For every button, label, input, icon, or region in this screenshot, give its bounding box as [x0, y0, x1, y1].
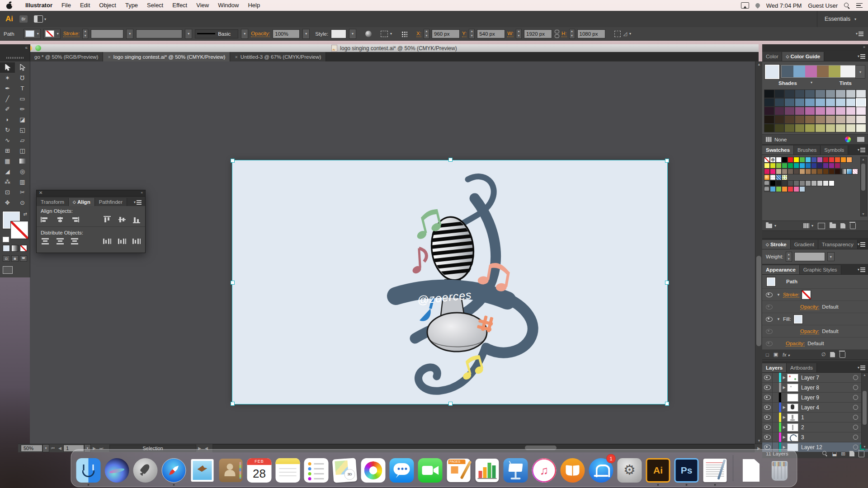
transform-field-label[interactable]: X:	[416, 31, 421, 37]
weight-field[interactable]	[794, 252, 825, 261]
layer-visibility-icon[interactable]	[764, 395, 771, 400]
swatch[interactable]	[776, 174, 782, 180]
dock-trash[interactable]	[767, 456, 793, 485]
layer-row-layer-8[interactable]: ▶Layer 8	[762, 383, 868, 393]
menu-item-window[interactable]: Window	[213, 2, 243, 9]
draw-normal-button[interactable]: ◘	[3, 255, 10, 262]
swatch[interactable]	[852, 169, 858, 174]
swatch[interactable]	[793, 180, 799, 186]
tab-layers[interactable]: Layers	[762, 363, 787, 372]
new-layer-icon[interactable]	[849, 451, 854, 456]
menu-item-edit[interactable]: Edit	[75, 2, 94, 9]
edit-colors-icon[interactable]	[845, 136, 851, 142]
appearance-row[interactable]: Opacity:Default	[762, 325, 868, 338]
swatch[interactable]	[835, 157, 840, 163]
weight-dropdown[interactable]: ▾	[827, 252, 835, 261]
vertical-scrollbar[interactable]: ▲ ▼	[755, 61, 763, 444]
dock-safari[interactable]	[161, 456, 187, 485]
color-variation-swatch[interactable]	[846, 115, 856, 124]
dist-h-center-button[interactable]	[118, 238, 127, 245]
transform-field-stepper[interactable]: ▲▼	[516, 29, 522, 39]
layer-target-icon[interactable]	[853, 405, 858, 410]
color-variation-swatch[interactable]	[846, 107, 856, 115]
appearance-row[interactable]: ▼Stroke:	[762, 289, 868, 301]
swatch[interactable]	[840, 157, 846, 163]
dock-keynote[interactable]	[503, 456, 528, 485]
opacity-label[interactable]: Opacity:	[800, 328, 819, 334]
swatch[interactable]	[764, 174, 770, 180]
color-variation-swatch[interactable]	[846, 89, 856, 98]
swatch[interactable]	[788, 157, 793, 163]
layer-target-icon[interactable]	[853, 385, 858, 390]
shape-builder-tool[interactable]: ⊞	[0, 145, 15, 156]
color-variation-swatch[interactable]	[815, 115, 826, 124]
stroke-swatch[interactable]	[11, 221, 28, 239]
tab-color[interactable]: Color	[762, 52, 782, 61]
tab-transform[interactable]: Transform	[37, 198, 69, 206]
swatches-panel-menu-icon[interactable]: ▾	[858, 148, 865, 152]
collapse-toolbar-icon[interactable]: «	[25, 45, 28, 50]
menu-item-file[interactable]: File	[57, 2, 75, 9]
layer-lock-cell[interactable]	[773, 373, 779, 382]
collapse-panel-icon[interactable]: «	[141, 190, 143, 196]
color-guide-panel-menu-icon[interactable]: ▾	[858, 54, 865, 58]
color-variation-swatch[interactable]	[835, 124, 846, 132]
swatch[interactable]	[793, 186, 799, 192]
magic-wand-tool[interactable]: ✶	[0, 73, 15, 83]
none-mode-button[interactable]	[20, 245, 27, 252]
dock-notes[interactable]	[275, 456, 301, 485]
eraser-tool[interactable]: ◪	[15, 114, 30, 125]
shades-label[interactable]: Shades	[778, 80, 797, 86]
variable-width-profile-dropdown[interactable]	[136, 29, 182, 38]
new-color-group-icon[interactable]	[830, 224, 836, 228]
stroke-color-dropdown[interactable]: ▾	[43, 29, 61, 39]
layer-row-layer-4[interactable]: ▶Layer 4	[762, 403, 868, 413]
delete-item-icon[interactable]	[840, 352, 845, 358]
layer-target-icon[interactable]	[853, 395, 858, 400]
color-variation-swatch[interactable]	[774, 107, 785, 115]
layer-target-icon[interactable]	[853, 425, 858, 430]
stroke-weight-stepper[interactable]: ▲▼	[82, 29, 88, 39]
document-setup-icon[interactable]	[365, 31, 372, 37]
gradient-tool[interactable]	[15, 156, 30, 166]
panel-dock-header[interactable]: »	[762, 44, 868, 51]
color-variation-swatch[interactable]	[784, 98, 795, 107]
tab-color-guide[interactable]: ◇Color Guide	[782, 52, 824, 61]
display-mirroring-icon[interactable]	[741, 2, 749, 9]
swatch[interactable]	[776, 169, 782, 174]
bridge-button[interactable]: Br	[19, 15, 28, 23]
swatch[interactable]	[788, 169, 793, 174]
selection-handle[interactable]	[231, 402, 235, 406]
menu-item-select[interactable]: Select	[142, 2, 168, 9]
style-field[interactable]	[331, 29, 346, 38]
swatch[interactable]	[823, 180, 829, 186]
layer-name[interactable]: Layer 4	[801, 404, 819, 411]
swatch[interactable]	[793, 163, 799, 169]
layer-expand-icon[interactable]: ▶	[781, 375, 787, 380]
add-effect-icon[interactable]: fx▾	[783, 352, 790, 357]
align-bottom-button[interactable]	[132, 216, 141, 223]
color-mode-button[interactable]	[3, 245, 10, 252]
color-variation-swatch[interactable]	[795, 124, 805, 132]
tab-graphic-styles[interactable]: Graphic Styles	[800, 265, 841, 274]
transform-field-label[interactable]: W:	[507, 31, 514, 37]
layer-visibility-icon[interactable]	[764, 405, 771, 410]
current-color-swatch[interactable]	[765, 65, 779, 79]
swatch-group-folder-icon[interactable]	[764, 180, 770, 186]
swatch[interactable]	[799, 163, 805, 169]
swatch[interactable]	[782, 174, 788, 180]
menu-bar-user[interactable]: Guest User	[808, 2, 838, 9]
color-variation-swatch[interactable]	[815, 98, 826, 107]
dock-launchpad[interactable]	[133, 456, 158, 485]
stroke-weight-dropdown[interactable]: ▾	[126, 29, 133, 39]
swatch[interactable]	[823, 157, 829, 163]
slice-tool[interactable]: ✂	[15, 187, 30, 197]
layer-visibility-icon[interactable]	[764, 425, 771, 430]
dock-calendar[interactable]: FEB28	[247, 456, 272, 485]
swatch[interactable]	[829, 169, 835, 174]
stroke-swatch[interactable]	[802, 291, 811, 299]
dist-top-button[interactable]	[41, 238, 50, 245]
fill-stroke-indicator[interactable]: ⇄	[3, 211, 28, 240]
stroke-weight-label[interactable]: Stroke:	[63, 31, 80, 37]
swatch[interactable]	[840, 169, 846, 174]
